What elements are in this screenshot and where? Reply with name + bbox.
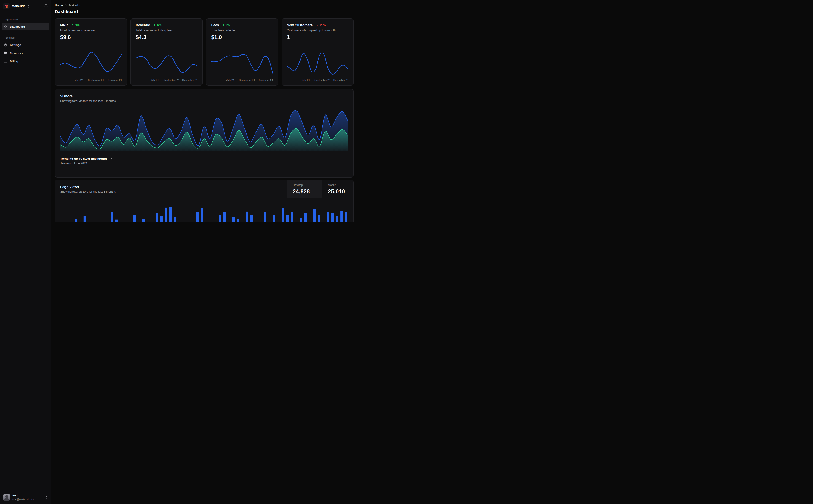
fees-sparkline-chart[interactable] (211, 50, 273, 77)
sparkline-x-axis: July 24 September 24 December 24 (287, 79, 348, 82)
makerkit-logo: m (3, 3, 10, 9)
x-tick: September 24 (88, 79, 104, 81)
stat-title: Revenue (136, 23, 150, 27)
sidebar-item-label: Dashboard (10, 25, 25, 28)
x-tick: September 24 (315, 79, 330, 81)
x-tick: December 24 (333, 79, 349, 81)
visitors-trend-text: Trending up by 5.2% this month (60, 157, 107, 160)
chevron-right-icon (64, 4, 67, 7)
mrr-sparkline-chart[interactable] (60, 50, 122, 77)
visitors-subtitle: Showing total visitors for the last 6 mo… (60, 99, 348, 103)
arrow-down-icon (316, 24, 318, 26)
sparkline-x-axis: July 24 September 24 December 24 (136, 79, 197, 82)
toggle-desktop-value: 24,828 (293, 188, 317, 195)
page-title: Dashboard (55, 9, 354, 14)
toggle-mobile-value: 25,010 (328, 188, 348, 195)
x-tick: December 24 (107, 79, 122, 81)
stat-value: $4.3 (136, 34, 197, 40)
stat-card-revenue: Revenue 12% Total revenue including fees… (130, 18, 202, 86)
sidebar-item-label: Members (10, 51, 23, 55)
visitors-area-chart[interactable] (60, 106, 348, 151)
x-tick: July 24 (151, 79, 159, 81)
toggle-mobile-label: Mobile (328, 183, 348, 187)
stat-card-grid: MRR 20% Monthly recurring revenue $9.6 J… (55, 18, 354, 86)
sidebar-item-settings[interactable]: Settings (2, 41, 49, 49)
stat-subtitle: Total revenue including fees (136, 29, 197, 32)
sidebar-item-dashboard[interactable]: Dashboard (2, 23, 49, 30)
page-views-card: Page Views Showing total visitors for th… (55, 180, 354, 222)
toggle-desktop-label: Desktop (293, 183, 317, 187)
stat-value: $1.0 (211, 34, 273, 40)
visitors-title: Visitors (60, 94, 348, 98)
revenue-sparkline-chart[interactable] (136, 50, 197, 77)
trend-badge: 20% (71, 24, 80, 27)
stat-card-fees: Fees 9% Total fees collected $1.0 July 2… (206, 18, 278, 86)
new-customers-sparkline-chart[interactable] (287, 50, 348, 77)
visitors-card: Visitors Showing total visitors for the … (55, 89, 354, 178)
page-views-bar-chart[interactable] (60, 199, 348, 222)
stat-card-new-customers: New Customers -25% Customers who signed … (282, 18, 354, 86)
sidebar-item-label: Billing (10, 60, 18, 63)
stat-title: New Customers (287, 23, 313, 27)
x-tick: July 24 (302, 79, 310, 81)
arrow-up-icon (71, 24, 74, 26)
x-tick: December 24 (258, 79, 273, 81)
nav-section-settings: Settings (2, 36, 49, 39)
sparkline-x-axis: July 24 September 24 December 24 (60, 79, 122, 82)
sidebar-nav: Application Dashboard Settings Settings … (0, 18, 51, 65)
stat-title: MRR (60, 23, 68, 27)
stat-card-mrr: MRR 20% Monthly recurring revenue $9.6 J… (55, 18, 127, 86)
x-tick: July 24 (75, 79, 83, 81)
breadcrumb-home-link[interactable]: Home (55, 4, 63, 7)
breadcrumb-current: Makerkit (69, 4, 80, 7)
visitors-footer: Trending up by 5.2% this month January -… (60, 157, 348, 165)
gear-icon (4, 43, 7, 47)
chevrons-up-down-icon (27, 5, 30, 8)
sidebar: m Makerkit Application Dashboard Setting… (0, 0, 51, 222)
main-content: Home Makerkit Dashboard MRR 20% Monthly … (51, 0, 359, 222)
trend-badge: -25% (316, 24, 326, 27)
trend-badge: 9% (222, 24, 230, 27)
page-views-subtitle: Showing total visitors for the last 3 mo… (60, 190, 282, 193)
arrow-up-icon (222, 24, 225, 26)
stat-subtitle: Monthly recurring revenue (60, 29, 122, 32)
page-views-header: Page Views Showing total visitors for th… (55, 180, 353, 198)
layout-dashboard-icon (4, 25, 7, 28)
toggle-desktop[interactable]: Desktop 24,828 (287, 180, 322, 198)
x-tick: December 24 (182, 79, 197, 81)
stat-subtitle: Total fees collected (211, 29, 273, 32)
stat-title: Fees (211, 23, 219, 27)
bell-icon[interactable] (44, 4, 48, 8)
x-tick: July 24 (227, 79, 235, 81)
sidebar-item-label: Settings (10, 43, 21, 47)
credit-card-icon (4, 59, 7, 63)
trend-badge: 12% (153, 24, 162, 27)
trending-up-icon (109, 157, 112, 160)
stat-value: 1 (287, 34, 348, 40)
arrow-up-icon (153, 24, 156, 26)
sparkline-x-axis: July 24 September 24 December 24 (211, 79, 273, 82)
users-icon (4, 51, 7, 55)
sidebar-item-billing[interactable]: Billing (2, 57, 49, 65)
visitors-period: January - June 2024 (60, 162, 348, 165)
breadcrumb: Home Makerkit (55, 4, 354, 7)
stat-value: $9.6 (60, 34, 122, 40)
sidebar-item-members[interactable]: Members (2, 49, 49, 57)
workspace-name: Makerkit (12, 4, 25, 8)
x-tick: September 24 (163, 79, 179, 81)
x-tick: September 24 (239, 79, 255, 81)
workspace-selector[interactable]: m Makerkit (0, 0, 51, 12)
stat-subtitle: Customers who signed up this month (287, 29, 348, 32)
toggle-mobile[interactable]: Mobile 25,010 (322, 180, 353, 198)
page-views-title: Page Views (60, 185, 282, 189)
nav-section-application: Application (2, 18, 49, 21)
